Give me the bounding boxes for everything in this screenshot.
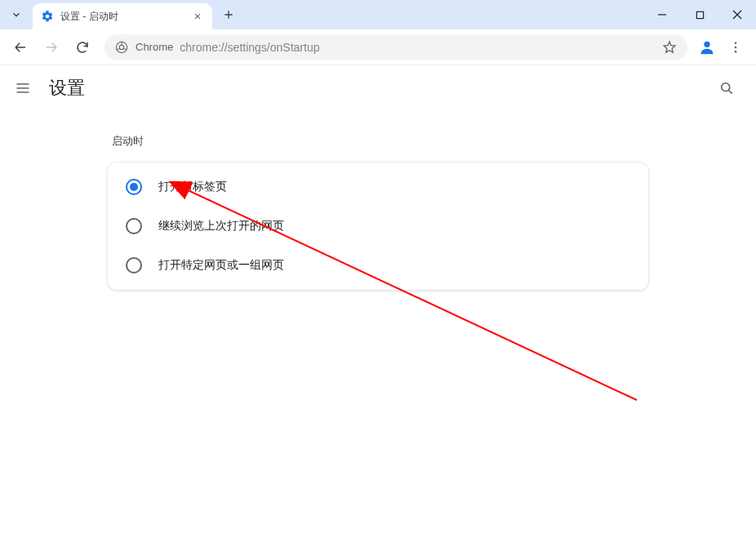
option-label: 继续浏览上次打开的网页: [158, 219, 284, 233]
radio-icon: [126, 257, 142, 273]
tab-search-button[interactable]: [5, 3, 28, 26]
back-button[interactable]: [7, 33, 34, 61]
option-label: 打开新标签页: [158, 180, 227, 194]
settings-content: 启动时 打开新标签页 继续浏览上次打开的网页 打开特定网页或一组网页: [100, 134, 656, 291]
forward-button[interactable]: [38, 33, 65, 61]
scheme-label: Chrome: [136, 41, 173, 53]
url-text: chrome://settings/onStartup: [180, 41, 655, 54]
settings-header: 设置: [0, 65, 756, 111]
option-new-tab[interactable]: 打开新标签页: [108, 167, 648, 207]
tab-title: 设置 - 启动时: [60, 10, 185, 24]
maximize-icon: [696, 11, 705, 20]
browser-menu-button[interactable]: [722, 33, 749, 61]
hamburger-icon: [15, 80, 31, 96]
star-icon: [662, 40, 677, 55]
arrow-right-icon: [44, 40, 59, 55]
reload-icon: [75, 40, 90, 55]
close-icon[interactable]: [191, 10, 204, 23]
svg-point-3: [704, 41, 709, 47]
more-vertical-icon: [728, 40, 743, 55]
bookmark-button[interactable]: [661, 39, 678, 56]
page-title: 设置: [49, 76, 85, 100]
minimize-button[interactable]: [643, 0, 681, 29]
chrome-logo-icon: [114, 40, 129, 55]
arrow-left-icon: [13, 40, 28, 55]
svg-point-5: [735, 46, 737, 48]
close-window-button[interactable]: [718, 0, 756, 29]
window-controls: [643, 0, 756, 29]
maximize-button[interactable]: [681, 0, 718, 29]
search-icon: [718, 80, 735, 96]
reload-button[interactable]: [69, 33, 96, 61]
plus-icon: [223, 9, 234, 20]
browser-tab[interactable]: 设置 - 启动时: [33, 3, 212, 29]
profile-button[interactable]: [696, 36, 718, 59]
browser-titlebar: 设置 - 启动时: [0, 0, 756, 29]
svg-point-2: [119, 45, 123, 49]
person-icon: [698, 38, 716, 56]
new-tab-button[interactable]: [217, 3, 240, 26]
option-specific-pages[interactable]: 打开特定网页或一组网页: [108, 246, 648, 285]
settings-search-button[interactable]: [710, 72, 743, 104]
svg-point-6: [735, 50, 737, 52]
section-label: 启动时: [112, 134, 649, 149]
radio-icon: [126, 218, 142, 234]
close-icon: [732, 10, 742, 20]
minimize-icon: [657, 10, 667, 20]
option-label: 打开特定网页或一组网页: [158, 258, 284, 273]
settings-menu-button[interactable]: [13, 78, 33, 98]
browser-toolbar: Chrome chrome://settings/onStartup: [0, 29, 756, 65]
radio-icon: [126, 179, 142, 195]
svg-point-7: [722, 83, 730, 91]
option-continue[interactable]: 继续浏览上次打开的网页: [108, 207, 648, 246]
svg-rect-0: [696, 11, 703, 18]
chevron-down-icon: [11, 9, 22, 20]
startup-options-card: 打开新标签页 继续浏览上次打开的网页 打开特定网页或一组网页: [107, 162, 649, 291]
gear-icon: [41, 10, 54, 23]
page-body: 设置 启动时 打开新标签页 继续浏览上次打开的网页 打开特定网页或一组网页: [0, 65, 756, 538]
svg-point-4: [735, 42, 737, 44]
address-bar[interactable]: Chrome chrome://settings/onStartup: [105, 34, 687, 60]
